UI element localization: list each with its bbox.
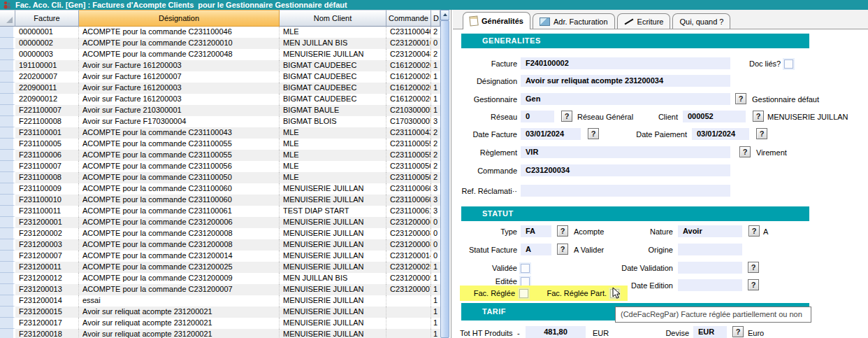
devise-help-button[interactable]: ? [732,326,744,337]
row-selector[interactable] [0,251,15,262]
table-row[interactable]: F231100010ACOMPTE pour la commande C2311… [0,195,440,206]
designation-field[interactable]: Avoir sur reliquat acompte 231200034 [521,75,730,87]
tab-generalites[interactable]: Généralités [463,12,530,29]
table-row[interactable]: F231200012ACOMPTE pour la commande C2312… [0,273,440,284]
scroll-up-button[interactable] [440,10,449,20]
row-selector[interactable] [0,150,15,161]
row-selector[interactable] [0,172,15,183]
table-row[interactable]: 00000001ACOMPTE pour la commande C231100… [0,27,440,38]
column-header-d[interactable]: D [431,10,440,27]
row-selector[interactable] [0,94,15,105]
table-row[interactable]: F221100007Avoir sur Facture 210300001BIG… [0,105,440,116]
row-selector[interactable] [0,38,15,49]
row-selector[interactable] [0,217,15,228]
row-selector[interactable] [0,105,15,116]
facture-field[interactable]: F240100002 [521,57,730,69]
date-paiement-field[interactable]: 03/01/2024 [692,128,749,140]
row-selector[interactable] [0,307,15,318]
date-edition-field[interactable] [678,279,742,291]
row-selector[interactable] [0,161,15,172]
column-header-facture[interactable]: Facture [15,10,79,27]
row-selector[interactable] [0,284,15,295]
statut-facture-field[interactable]: A [521,244,551,255]
table-row[interactable]: F231200001ACOMPTE pour la commande C2312… [0,217,440,228]
table-row[interactable]: 220200007Avoir sur Facture 161200007BIGM… [0,71,440,83]
date-facture-help-button[interactable]: ? [588,128,599,139]
date-facture-field[interactable]: 03/01/2024 [521,128,581,140]
scrollbar-thumb[interactable] [440,20,449,338]
table-row[interactable]: 220900011Avoir sur Facture 161200003BIGM… [0,83,440,94]
date-validation-field[interactable] [678,262,742,274]
row-selector[interactable] [0,27,15,38]
nature-help-button[interactable]: ? [748,225,760,237]
row-selector[interactable] [0,139,15,150]
table-row[interactable]: 220900012Avoir sur Facture 161200003BIGM… [0,94,440,105]
row-selector[interactable] [0,262,15,273]
column-header-designation[interactable]: Désignation [79,10,280,27]
table-row[interactable]: F231100007ACOMPTE pour la commande C2311… [0,161,440,172]
validee-checkbox[interactable] [521,264,530,273]
reglement-help-button[interactable]: ? [739,146,751,157]
ref-reclamation-field[interactable] [521,185,730,197]
type-help-button[interactable]: ? [557,225,568,237]
reglement-field[interactable]: VIR [521,146,730,158]
reseau-help-button[interactable]: ? [561,111,572,122]
doc-lies-checkbox[interactable] [784,59,793,69]
table-row[interactable]: F231200015Avoir sur reliquat acompte 231… [0,307,440,318]
table-row[interactable]: F231200003ACOMPTE pour la commande C2312… [0,239,440,251]
row-selector[interactable] [0,195,15,206]
table-row[interactable]: F231100011ACOMPTE pour la commande C2311… [0,206,440,217]
client-field[interactable]: 000052 [683,111,746,122]
date-validation-help-button[interactable]: ? [748,262,759,273]
table-scrollbar[interactable] [440,10,449,338]
nature-field[interactable]: Avoir [678,225,742,237]
gestionnaire-help-button[interactable]: ? [735,93,746,104]
tot-ht-produits-field[interactable]: 481,80 [526,326,586,338]
table-row[interactable]: F231200011ACOMPTE pour la commande C2312… [0,262,440,273]
devise-field[interactable]: EUR [693,326,727,338]
statut-facture-help-button[interactable]: ? [557,244,568,255]
type-field[interactable]: FA [521,225,551,237]
table-row[interactable]: F221100008Avoir sur Facture F170300004BI… [0,116,440,127]
gestionnaire-field[interactable]: Gen [521,93,730,105]
table-row[interactable]: F231200002ACOMPTE pour la commande C2312… [0,228,440,239]
table-row[interactable]: F231100001ACOMPTE pour la commande C2311… [0,127,440,139]
table-row[interactable]: F231200013ACOMPTE pour la commande C2312… [0,284,440,295]
row-selector[interactable] [0,183,15,195]
tab-adr-facturation[interactable]: Adr. Facturation [533,13,615,29]
row-selector[interactable] [0,318,15,329]
row-selector[interactable] [0,295,15,307]
column-header-nom-client[interactable]: Nom Client [280,10,386,27]
table-row[interactable]: F231200007ACOMPTE pour la commande C2312… [0,251,440,262]
table-row[interactable]: F231100006ACOMPTE pour la commande C2311… [0,150,440,161]
table-row[interactable]: 00000003ACOMPTE pour la commande C231200… [0,49,440,60]
row-selector[interactable] [0,329,15,338]
row-selector[interactable] [0,206,15,217]
fac-reglee-checkbox[interactable] [519,289,528,298]
date-edition-help-button[interactable]: ? [748,279,759,290]
reseau-field[interactable]: 0 [521,111,554,122]
row-selector[interactable] [0,127,15,139]
table-row[interactable]: 00000002ACOMPTE pour la commande C231200… [0,38,440,49]
table-row[interactable]: 191100001Avoir sur Facture 161200003BIGM… [0,60,440,71]
table-row[interactable]: F231100008ACOMPTE pour la commande C2311… [0,172,440,183]
row-selector[interactable] [0,239,15,251]
column-header-commande[interactable]: Commande [386,10,431,27]
row-selector[interactable] [0,116,15,127]
tab-ecriture[interactable]: Ecriture [617,13,671,29]
row-selector[interactable] [0,71,15,83]
client-help-button[interactable]: ? [753,111,764,122]
table-row[interactable]: F231200018Avoir sur reliquat acompte 231… [0,329,440,338]
table-row[interactable]: F231200014essaiMENUISERIE JUILLAN1 [0,295,440,307]
row-selector[interactable] [0,228,15,239]
table-row[interactable]: F231200017Avoir sur reliquat acompte 231… [0,318,440,329]
row-selector[interactable] [0,83,15,94]
select-all-header[interactable] [0,10,15,27]
commande-field[interactable]: C231200034 [521,164,730,176]
origine-field[interactable] [678,244,742,255]
tab-qui-quand[interactable]: Qui, quand ? [672,13,730,29]
row-selector[interactable] [0,60,15,71]
row-selector[interactable] [0,49,15,60]
date-paiement-help-button[interactable]: ? [756,128,767,139]
table-row[interactable]: F231100009ACOMPTE pour la commande C2311… [0,183,440,195]
